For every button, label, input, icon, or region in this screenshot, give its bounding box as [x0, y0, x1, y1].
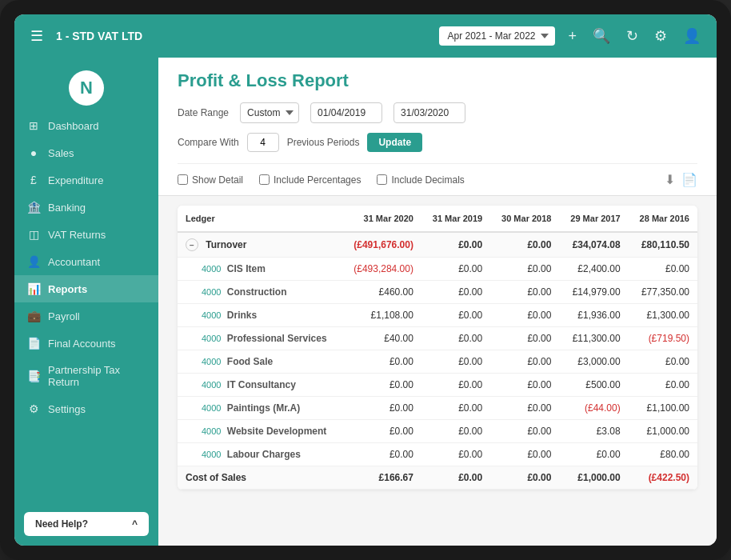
sidebar-label-expenditure: Expenditure [48, 174, 103, 186]
print-icon[interactable]: 📄 [681, 172, 697, 187]
cos-2018: £0.00 [490, 466, 559, 490]
settings-icon[interactable]: ⚙ [651, 24, 670, 48]
labour-2016: £80.00 [629, 443, 697, 466]
paintings-label: 4000 Paintings (Mr.A) [178, 397, 342, 420]
include-decimals-checkbox-label[interactable]: Include Decimals [377, 174, 464, 186]
food-2017: £3,000.00 [559, 350, 628, 374]
table-row: 4000 Labour Charges £0.00 £0.00 £0.00 £0… [178, 443, 697, 466]
period-selector[interactable]: Apr 2021 - Mar 2022 [439, 26, 555, 46]
include-percentages-label: Include Percentages [274, 174, 361, 186]
construction-2016: £77,350.00 [629, 281, 697, 304]
labour-2020: £0.00 [342, 443, 421, 466]
user-icon[interactable]: 👤 [680, 24, 704, 48]
sidebar-item-final-accounts[interactable]: 📄 Final Accounts [14, 330, 158, 357]
web-2018: £0.00 [490, 420, 559, 443]
show-detail-checkbox[interactable] [178, 174, 188, 185]
food-2019: £0.00 [421, 350, 490, 374]
collapse-button[interactable]: − [186, 238, 198, 251]
download-icon[interactable]: ⬇ [665, 172, 675, 187]
logo-area: N [14, 58, 158, 112]
col-mar2018: 30 Mar 2018 [490, 206, 559, 232]
construction-2017: £14,979.00 [559, 281, 628, 304]
include-decimals-label: Include Decimals [391, 174, 464, 186]
sidebar-item-sales[interactable]: ● Sales [14, 139, 158, 166]
sidebar-item-vat-returns[interactable]: ◫ VAT Returns [14, 221, 158, 248]
sidebar-label-sales: Sales [48, 147, 74, 159]
expenditure-icon: £ [27, 174, 40, 186]
sidebar-item-accountant[interactable]: 👤 Accountant [14, 248, 158, 275]
professional-services-label: 4000 Professional Services [178, 327, 342, 350]
sidebar-item-payroll[interactable]: 💼 Payroll [14, 302, 158, 330]
include-percentages-checkbox-label[interactable]: Include Percentages [259, 174, 361, 186]
to-date-input[interactable] [393, 102, 465, 123]
construction-2019: £0.00 [421, 281, 490, 304]
date-range-select[interactable]: Custom [240, 102, 299, 123]
sidebar-item-reports[interactable]: 📊 Reports [14, 275, 158, 302]
paint-2020: £0.00 [342, 397, 421, 420]
paint-2017: (£44.00) [559, 397, 628, 420]
paint-2019: £0.00 [421, 397, 490, 420]
drinks-2018: £0.00 [490, 304, 559, 327]
top-bar: ☰ 1 - STD VAT LTD Apr 2021 - Mar 2022 + … [14, 14, 717, 58]
compare-value-input[interactable] [247, 133, 279, 152]
sidebar-item-expenditure[interactable]: £ Expenditure [14, 166, 158, 194]
sidebar-item-banking[interactable]: 🏦 Banking [14, 194, 158, 221]
search-icon[interactable]: 🔍 [589, 24, 613, 48]
table-row: 4000 Construction £460.00 £0.00 £0.00 £1… [178, 281, 697, 304]
it-2016: £0.00 [629, 374, 697, 397]
turnover-2017: £34,074.08 [559, 232, 628, 258]
sidebar-label-payroll: Payroll [48, 310, 80, 322]
sidebar-item-dashboard[interactable]: ⊞ Dashboard [14, 112, 158, 139]
sidebar-label-dashboard: Dashboard [48, 120, 99, 132]
refresh-icon[interactable]: ↻ [623, 24, 641, 48]
cis-2019: £0.00 [421, 258, 490, 281]
payroll-icon: 💼 [27, 310, 40, 322]
table-row: 4000 Drinks £1,108.00 £0.00 £0.00 £1,936… [178, 304, 697, 327]
accountant-icon: 👤 [27, 255, 40, 268]
construction-2018: £0.00 [490, 281, 559, 304]
cos-2017: £1,000.00 [559, 466, 628, 490]
content-area: Profit & Loss Report Date Range Custom C… [158, 58, 717, 546]
sidebar-label-final-accounts: Final Accounts [48, 338, 116, 350]
prof-2020: £40.00 [342, 327, 421, 350]
sidebar-item-settings[interactable]: ⚙ Settings [14, 395, 158, 422]
cis-2020: (£493,284.00) [342, 258, 421, 281]
show-detail-checkbox-label[interactable]: Show Detail [178, 174, 243, 186]
profit-loss-table: Ledger 31 Mar 2020 31 Mar 2019 30 Mar 20… [178, 206, 697, 490]
sidebar: N ⊞ Dashboard ● Sales £ Expenditure [14, 58, 158, 546]
sidebar-label-vat: VAT Returns [48, 229, 106, 241]
construction-2020: £460.00 [342, 281, 421, 304]
turnover-2019: £0.00 [421, 232, 490, 258]
dashboard-icon: ⊞ [27, 119, 40, 132]
include-percentages-checkbox[interactable] [259, 174, 270, 185]
turnover-label: − Turnover [178, 232, 342, 258]
menu-icon[interactable]: ☰ [27, 24, 46, 48]
add-icon[interactable]: + [565, 25, 580, 48]
need-help-button[interactable]: Need Help? ^ [24, 512, 149, 536]
compare-row: Compare With Previous Periods Update [178, 133, 697, 152]
sidebar-label-reports: Reports [48, 283, 87, 295]
web-2016: £1,000.00 [629, 420, 697, 443]
sidebar-label-accountant: Accountant [48, 256, 100, 268]
from-date-input[interactable] [310, 102, 382, 123]
col-mar2016: 28 Mar 2016 [629, 206, 697, 232]
food-2018: £0.00 [490, 350, 559, 374]
filters-row: Date Range Custom [178, 102, 697, 123]
previous-periods-label: Previous Periods [287, 137, 360, 148]
web-2017: £3.08 [559, 420, 628, 443]
sidebar-item-partnership-tax[interactable]: 📑 Partnership Tax Return [14, 357, 158, 395]
col-mar2019: 31 Mar 2019 [421, 206, 490, 232]
cos-2016: (£422.50) [629, 466, 697, 490]
banking-icon: 🏦 [27, 201, 40, 214]
sidebar-label-banking: Banking [48, 202, 86, 214]
it-consultancy-label: 4000 IT Consultancy [178, 374, 342, 397]
update-button[interactable]: Update [367, 133, 422, 152]
food-sale-label: 4000 Food Sale [178, 350, 342, 374]
include-decimals-checkbox[interactable] [377, 174, 387, 185]
table-row: 4000 Paintings (Mr.A) £0.00 £0.00 £0.00 … [178, 397, 697, 420]
need-help-chevron: ^ [132, 518, 138, 530]
it-2020: £0.00 [342, 374, 421, 397]
page-title: Profit & Loss Report [178, 70, 697, 91]
date-range-label: Date Range [178, 107, 229, 118]
table-container: Ledger 31 Mar 2020 31 Mar 2019 30 Mar 20… [158, 196, 717, 546]
